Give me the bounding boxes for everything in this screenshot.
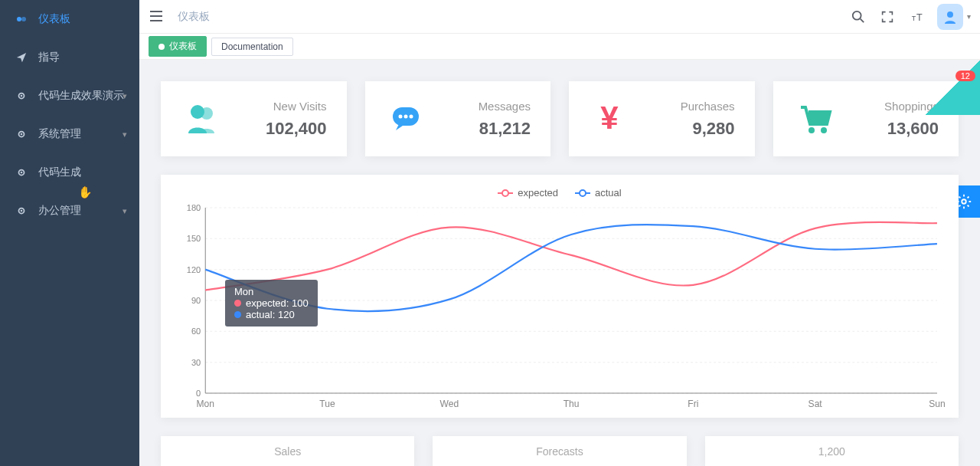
gear-icon <box>15 90 28 102</box>
corner-fold[interactable]: 12 <box>925 60 980 115</box>
dashboard-icon <box>15 13 28 25</box>
svg-text:¥: ¥ <box>600 100 619 136</box>
chevron-down-icon: ▾ <box>122 91 127 101</box>
tab-documentation[interactable]: Documentation <box>211 38 293 56</box>
main: 仪表板 TT ▾ 仪表板 <box>139 0 980 466</box>
sidebar-item-office[interactable]: 办公管理 ▾ <box>0 192 139 230</box>
svg-text:Sat: Sat <box>808 399 823 409</box>
line-chart-card: expected actual 0306090120150180MonTueWe… <box>161 175 959 418</box>
chat-icon <box>385 98 426 139</box>
stat-label: Purchases <box>681 100 735 113</box>
search-icon[interactable] <box>850 8 867 25</box>
gear-icon <box>15 205 28 217</box>
sidebar: 仪表板 指导 代码生成效果演示 ▾ 系统管理 ▾ 代码生成 <box>0 0 139 466</box>
tab-dashboard[interactable]: 仪表板 <box>149 36 207 57</box>
mini-panel-value[interactable]: 1,200 <box>705 436 959 466</box>
stat-label: Messages <box>479 100 531 113</box>
svg-text:60: 60 <box>191 327 201 336</box>
sidebar-item-label: 代码生成效果演示 <box>38 89 124 103</box>
svg-text:Sun: Sun <box>929 399 945 409</box>
topbar: 仪表板 TT ▾ <box>139 0 980 34</box>
line-chart[interactable]: 0306090120150180MonTueWedThuFriSatSun Mo… <box>175 203 945 410</box>
stat-card-visits[interactable]: New Visits 102,400 <box>161 81 347 156</box>
svg-point-29 <box>580 190 586 196</box>
mini-panel-sales[interactable]: Sales <box>161 436 414 466</box>
svg-text:Mon: Mon <box>197 399 214 409</box>
stat-value: 9,280 <box>681 119 735 139</box>
mini-panel-forecasts[interactable]: Forecasts <box>433 436 686 466</box>
svg-text:90: 90 <box>191 296 201 305</box>
legend-item-expected[interactable]: expected <box>498 187 558 199</box>
chevron-down-icon: ▾ <box>122 206 127 216</box>
svg-line-11 <box>861 18 864 22</box>
svg-text:0: 0 <box>196 389 201 398</box>
gear-icon <box>15 128 28 140</box>
svg-text:Fri: Fri <box>688 399 698 409</box>
svg-point-5 <box>21 133 23 136</box>
user-menu[interactable]: ▾ <box>937 4 971 30</box>
sidebar-item-codegen-demo[interactable]: 代码生成效果演示 ▾ <box>0 77 139 115</box>
stat-row: New Visits 102,400 Messages 81,212 ¥ <box>161 81 959 156</box>
sidebar-item-label: 指导 <box>38 51 60 64</box>
svg-text:T: T <box>912 14 916 21</box>
legend-swatch-icon <box>498 189 513 197</box>
svg-text:Tue: Tue <box>319 399 335 409</box>
sidebar-item-system[interactable]: 系统管理 ▾ <box>0 115 139 153</box>
svg-text:120: 120 <box>187 265 201 274</box>
svg-point-7 <box>21 172 23 174</box>
svg-point-21 <box>409 115 413 119</box>
stat-value: 102,400 <box>266 119 327 139</box>
svg-text:30: 30 <box>191 358 201 367</box>
svg-point-24 <box>808 127 815 133</box>
text-size-icon[interactable]: TT <box>908 8 925 25</box>
active-dot-icon <box>158 44 165 50</box>
svg-point-20 <box>403 115 407 119</box>
legend-swatch-icon <box>575 189 590 197</box>
cart-icon <box>793 98 835 139</box>
paper-plane-icon <box>15 51 28 64</box>
sidebar-item-guide[interactable]: 指导 <box>0 38 139 77</box>
svg-text:180: 180 <box>187 203 201 212</box>
fullscreen-icon[interactable] <box>879 8 896 25</box>
sidebar-item-label: 系统管理 <box>38 127 81 141</box>
svg-point-27 <box>502 190 508 196</box>
chevron-down-icon: ▾ <box>122 130 127 139</box>
people-icon <box>181 98 222 139</box>
stat-card-messages[interactable]: Messages 81,212 <box>365 81 551 156</box>
stat-value: 81,212 <box>479 119 531 139</box>
sidebar-item-label: 办公管理 <box>38 204 81 218</box>
stat-card-purchases[interactable]: ¥ Purchases 9,280 <box>569 81 755 156</box>
sidebar-item-label: 仪表板 <box>38 12 70 26</box>
avatar <box>937 4 963 30</box>
svg-point-0 <box>17 17 21 21</box>
svg-rect-23 <box>808 110 828 123</box>
gear-icon <box>15 166 28 179</box>
legend-label: actual <box>595 187 622 199</box>
svg-point-1 <box>21 17 26 21</box>
sidebar-item-dashboard[interactable]: 仪表板 <box>0 0 139 38</box>
tab-label: Documentation <box>221 41 283 52</box>
svg-text:T: T <box>916 12 923 23</box>
sidebar-item-label: 代码生成 <box>38 166 81 179</box>
svg-point-14 <box>947 11 953 18</box>
yen-icon: ¥ <box>589 98 630 139</box>
svg-point-17 <box>201 107 213 120</box>
svg-text:Wed: Wed <box>440 399 459 409</box>
tab-label: 仪表板 <box>169 40 197 53</box>
svg-point-3 <box>21 95 23 97</box>
breadcrumb: 仪表板 <box>178 10 210 24</box>
tabs-bar: 仪表板 Documentation <box>139 34 980 60</box>
svg-point-19 <box>398 115 402 119</box>
legend-item-actual[interactable]: actual <box>575 187 622 199</box>
svg-point-15 <box>962 199 966 204</box>
sidebar-item-codegen[interactable]: 代码生成 <box>0 153 139 192</box>
hamburger-icon[interactable] <box>149 8 165 25</box>
stat-value: 13,600 <box>884 119 939 139</box>
svg-point-9 <box>21 210 23 212</box>
svg-point-25 <box>821 127 827 133</box>
legend-label: expected <box>518 187 558 199</box>
svg-text:150: 150 <box>187 234 201 243</box>
chart-legend: expected actual <box>175 187 945 199</box>
stat-label: New Visits <box>266 100 327 113</box>
lower-row: Sales Forecasts 1,200 <box>161 436 959 466</box>
